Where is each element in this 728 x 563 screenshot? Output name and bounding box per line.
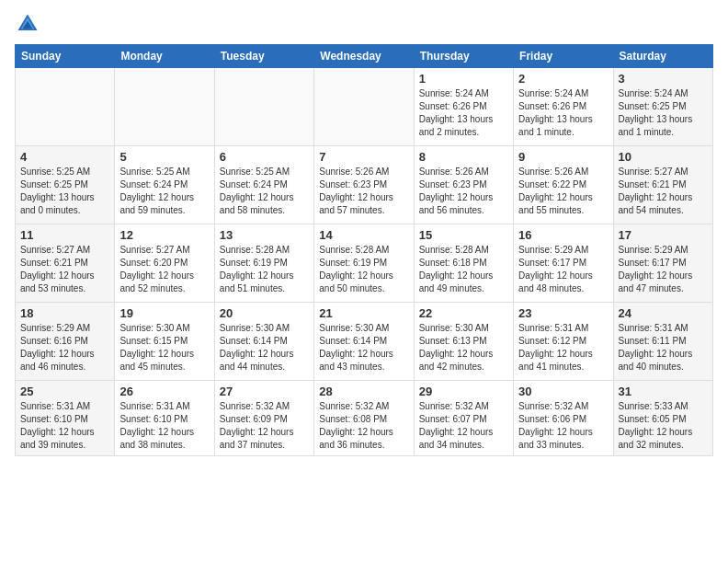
calendar-cell: 27Sunrise: 5:32 AM Sunset: 6:09 PM Dayli… (214, 381, 313, 456)
day-number: 16 (518, 228, 608, 242)
day-number: 6 (220, 150, 309, 164)
day-info: Sunrise: 5:32 AM Sunset: 6:06 PM Dayligh… (518, 400, 608, 452)
calendar-cell: 17Sunrise: 5:29 AM Sunset: 6:17 PM Dayli… (613, 224, 712, 303)
calendar-cell: 6Sunrise: 5:25 AM Sunset: 6:24 PM Daylig… (214, 146, 313, 224)
day-info: Sunrise: 5:32 AM Sunset: 6:09 PM Dayligh… (220, 400, 309, 452)
day-info: Sunrise: 5:28 AM Sunset: 6:19 PM Dayligh… (319, 244, 408, 295)
calendar-cell (16, 68, 115, 146)
day-info: Sunrise: 5:30 AM Sunset: 6:13 PM Dayligh… (419, 322, 508, 373)
calendar-week-1: 1Sunrise: 5:24 AM Sunset: 6:26 PM Daylig… (16, 68, 713, 146)
day-number: 4 (20, 150, 109, 164)
weekday-header-tuesday: Tuesday (214, 45, 313, 68)
day-info: Sunrise: 5:30 AM Sunset: 6:14 PM Dayligh… (220, 322, 309, 373)
calendar-cell: 29Sunrise: 5:32 AM Sunset: 6:07 PM Dayli… (414, 381, 513, 456)
page: SundayMondayTuesdayWednesdayThursdayFrid… (0, 0, 728, 467)
weekday-header-wednesday: Wednesday (314, 45, 414, 68)
day-info: Sunrise: 5:25 AM Sunset: 6:25 PM Dayligh… (20, 166, 109, 217)
header (15, 11, 713, 37)
day-number: 19 (119, 306, 209, 320)
day-info: Sunrise: 5:28 AM Sunset: 6:19 PM Dayligh… (220, 244, 309, 295)
day-number: 9 (518, 150, 608, 164)
day-info: Sunrise: 5:27 AM Sunset: 6:21 PM Dayligh… (20, 244, 109, 295)
day-number: 26 (119, 385, 209, 398)
calendar-cell: 11Sunrise: 5:27 AM Sunset: 6:21 PM Dayli… (16, 224, 115, 303)
calendar-cell: 3Sunrise: 5:24 AM Sunset: 6:25 PM Daylig… (613, 68, 712, 146)
day-info: Sunrise: 5:25 AM Sunset: 6:24 PM Dayligh… (119, 166, 209, 217)
calendar-cell: 4Sunrise: 5:25 AM Sunset: 6:25 PM Daylig… (16, 146, 115, 224)
logo (15, 11, 44, 37)
day-info: Sunrise: 5:24 AM Sunset: 6:26 PM Dayligh… (518, 87, 608, 139)
calendar-cell: 24Sunrise: 5:31 AM Sunset: 6:11 PM Dayli… (613, 303, 712, 381)
day-number: 13 (220, 228, 309, 242)
day-number: 11 (20, 228, 109, 242)
calendar-cell: 20Sunrise: 5:30 AM Sunset: 6:14 PM Dayli… (214, 303, 313, 381)
day-info: Sunrise: 5:29 AM Sunset: 6:17 PM Dayligh… (518, 244, 608, 295)
day-number: 31 (619, 385, 708, 398)
day-number: 10 (619, 150, 708, 164)
day-number: 23 (518, 306, 608, 320)
calendar-cell: 16Sunrise: 5:29 AM Sunset: 6:17 PM Dayli… (514, 224, 613, 303)
day-info: Sunrise: 5:30 AM Sunset: 6:15 PM Dayligh… (119, 322, 209, 373)
calendar-cell: 15Sunrise: 5:28 AM Sunset: 6:18 PM Dayli… (414, 224, 513, 303)
day-number: 12 (119, 228, 209, 242)
calendar-cell (214, 68, 313, 146)
calendar-cell: 18Sunrise: 5:29 AM Sunset: 6:16 PM Dayli… (16, 303, 115, 381)
day-number: 27 (220, 385, 309, 398)
calendar-cell: 31Sunrise: 5:33 AM Sunset: 6:05 PM Dayli… (613, 381, 712, 456)
weekday-header-thursday: Thursday (414, 45, 513, 68)
day-number: 15 (419, 228, 508, 242)
calendar-week-5: 25Sunrise: 5:31 AM Sunset: 6:10 PM Dayli… (16, 381, 713, 456)
calendar-week-4: 18Sunrise: 5:29 AM Sunset: 6:16 PM Dayli… (16, 303, 713, 381)
logo-icon (15, 11, 40, 37)
weekday-header-sunday: Sunday (16, 45, 115, 68)
day-info: Sunrise: 5:30 AM Sunset: 6:14 PM Dayligh… (319, 322, 408, 373)
day-info: Sunrise: 5:28 AM Sunset: 6:18 PM Dayligh… (419, 244, 508, 295)
calendar-header-row: SundayMondayTuesdayWednesdayThursdayFrid… (16, 45, 713, 68)
calendar-cell: 7Sunrise: 5:26 AM Sunset: 6:23 PM Daylig… (314, 146, 414, 224)
day-number: 7 (319, 150, 408, 164)
day-info: Sunrise: 5:26 AM Sunset: 6:23 PM Dayligh… (319, 166, 408, 217)
day-number: 1 (419, 72, 508, 86)
day-info: Sunrise: 5:29 AM Sunset: 6:16 PM Dayligh… (20, 322, 109, 373)
calendar-cell (115, 68, 214, 146)
calendar-cell: 25Sunrise: 5:31 AM Sunset: 6:10 PM Dayli… (16, 381, 115, 456)
day-info: Sunrise: 5:27 AM Sunset: 6:21 PM Dayligh… (619, 166, 708, 217)
weekday-header-saturday: Saturday (613, 45, 712, 68)
day-info: Sunrise: 5:32 AM Sunset: 6:07 PM Dayligh… (419, 400, 508, 452)
day-number: 2 (518, 72, 608, 86)
calendar-week-2: 4Sunrise: 5:25 AM Sunset: 6:25 PM Daylig… (16, 146, 713, 224)
calendar-cell: 14Sunrise: 5:28 AM Sunset: 6:19 PM Dayli… (314, 224, 414, 303)
day-info: Sunrise: 5:31 AM Sunset: 6:10 PM Dayligh… (20, 400, 109, 452)
day-number: 3 (619, 72, 708, 86)
calendar-cell: 9Sunrise: 5:26 AM Sunset: 6:22 PM Daylig… (514, 146, 613, 224)
day-number: 28 (319, 385, 408, 398)
day-number: 22 (419, 306, 508, 320)
day-info: Sunrise: 5:29 AM Sunset: 6:17 PM Dayligh… (619, 244, 708, 295)
calendar-cell: 12Sunrise: 5:27 AM Sunset: 6:20 PM Dayli… (115, 224, 214, 303)
day-info: Sunrise: 5:24 AM Sunset: 6:25 PM Dayligh… (619, 87, 708, 139)
calendar-cell: 21Sunrise: 5:30 AM Sunset: 6:14 PM Dayli… (314, 303, 414, 381)
calendar-cell: 13Sunrise: 5:28 AM Sunset: 6:19 PM Dayli… (214, 224, 313, 303)
day-number: 24 (619, 306, 708, 320)
day-number: 20 (220, 306, 309, 320)
day-info: Sunrise: 5:26 AM Sunset: 6:22 PM Dayligh… (518, 166, 608, 217)
calendar-cell: 1Sunrise: 5:24 AM Sunset: 6:26 PM Daylig… (414, 68, 513, 146)
calendar-cell: 26Sunrise: 5:31 AM Sunset: 6:10 PM Dayli… (115, 381, 214, 456)
day-info: Sunrise: 5:33 AM Sunset: 6:05 PM Dayligh… (619, 400, 708, 452)
calendar-cell: 5Sunrise: 5:25 AM Sunset: 6:24 PM Daylig… (115, 146, 214, 224)
day-number: 21 (319, 306, 408, 320)
day-info: Sunrise: 5:31 AM Sunset: 6:12 PM Dayligh… (518, 322, 608, 373)
calendar-week-3: 11Sunrise: 5:27 AM Sunset: 6:21 PM Dayli… (16, 224, 713, 303)
calendar-cell: 30Sunrise: 5:32 AM Sunset: 6:06 PM Dayli… (514, 381, 613, 456)
day-number: 17 (619, 228, 708, 242)
day-number: 29 (419, 385, 508, 398)
calendar-cell: 22Sunrise: 5:30 AM Sunset: 6:13 PM Dayli… (414, 303, 513, 381)
day-number: 8 (419, 150, 508, 164)
calendar-cell: 10Sunrise: 5:27 AM Sunset: 6:21 PM Dayli… (613, 146, 712, 224)
calendar-cell: 23Sunrise: 5:31 AM Sunset: 6:12 PM Dayli… (514, 303, 613, 381)
day-info: Sunrise: 5:31 AM Sunset: 6:10 PM Dayligh… (119, 400, 209, 452)
calendar-cell: 2Sunrise: 5:24 AM Sunset: 6:26 PM Daylig… (514, 68, 613, 146)
calendar-cell: 28Sunrise: 5:32 AM Sunset: 6:08 PM Dayli… (314, 381, 414, 456)
calendar-cell: 19Sunrise: 5:30 AM Sunset: 6:15 PM Dayli… (115, 303, 214, 381)
weekday-header-monday: Monday (115, 45, 214, 68)
